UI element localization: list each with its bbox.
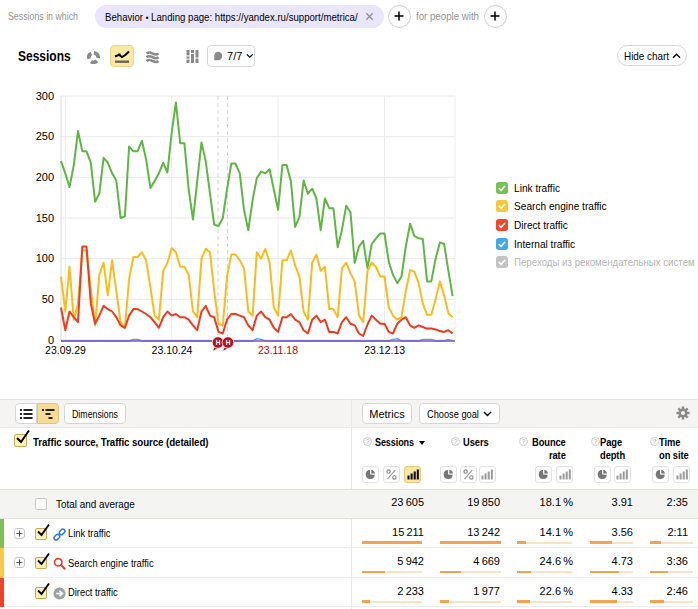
svg-text:150: 150 <box>36 212 54 224</box>
svg-text:23.12.13: 23.12.13 <box>364 344 405 356</box>
svg-text:200: 200 <box>36 171 54 183</box>
svg-text:?: ? <box>594 438 598 445</box>
svg-text:100: 100 <box>36 252 54 264</box>
svg-text:250: 250 <box>36 130 54 142</box>
svg-text:?: ? <box>366 438 370 445</box>
svg-text:23.09.29: 23.09.29 <box>45 344 86 356</box>
svg-text:23.11.18: 23.11.18 <box>258 344 298 356</box>
svg-text:23.10.24: 23.10.24 <box>152 344 193 356</box>
svg-text:50: 50 <box>42 293 54 305</box>
svg-text:H: H <box>226 339 231 346</box>
svg-text:?: ? <box>454 438 458 445</box>
svg-text:?: ? <box>653 438 657 445</box>
svg-text:H: H <box>216 339 221 346</box>
svg-text:300: 300 <box>36 90 54 102</box>
